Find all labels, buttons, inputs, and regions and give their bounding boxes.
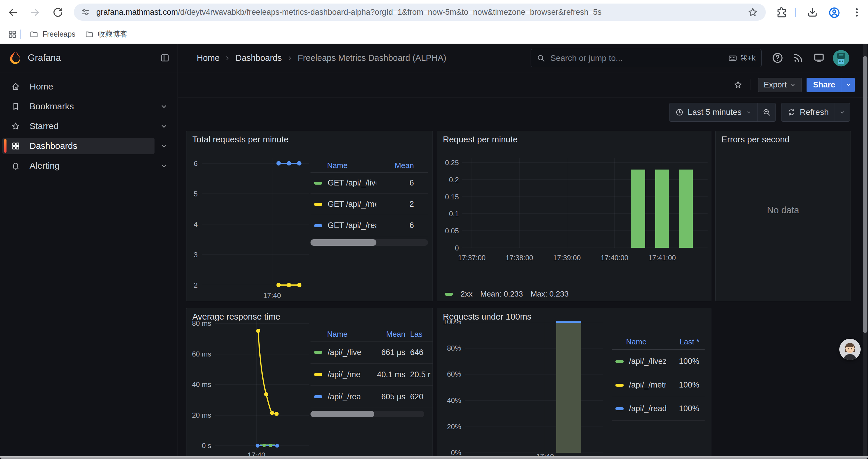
col-mean-header[interactable]: Mean (361, 330, 405, 339)
zoom-out-button[interactable] (758, 103, 776, 121)
sidebar-item-label: Dashboards (30, 141, 78, 151)
grafana-app: Grafana Home Bookmarks (0, 44, 868, 459)
chevron-down-icon[interactable] (159, 102, 169, 111)
url-path: /d/deytv4rwavabkb/freeleaps-metrics-dash… (178, 8, 601, 17)
share-menu-button[interactable] (842, 78, 855, 92)
sidebar-link-alerting[interactable]: Alerting (2, 157, 155, 174)
grafana-logo-icon[interactable] (8, 51, 22, 65)
sidebar-link-bookmarks[interactable]: Bookmarks (2, 98, 155, 114)
svg-text:0.1: 0.1 (449, 210, 459, 218)
legend-row-livez[interactable]: /api/_/livez 100% (612, 350, 705, 373)
panel-average-response-time: Average response time 80 ms 60 ms 40 ms … (186, 308, 433, 459)
kiosk-monitor-icon[interactable] (813, 52, 825, 64)
favorite-star-icon[interactable] (734, 80, 742, 89)
share-button[interactable]: Share (807, 78, 842, 92)
chevron-down-icon (790, 81, 796, 88)
bookmark-star-icon[interactable] (747, 7, 758, 18)
panel-title[interactable]: Errors per second (721, 135, 790, 144)
legend-mean: Mean: 0.233 (480, 290, 523, 299)
site-settings-icon[interactable] (81, 8, 90, 17)
breadcrumb-home[interactable]: Home (197, 53, 219, 63)
dock-menu-icon[interactable] (160, 53, 170, 63)
sidebar-link-starred[interactable]: Starred (2, 118, 155, 134)
bookmark-folder-label: Freeleaps (42, 30, 75, 38)
refresh-interval-button[interactable] (835, 103, 850, 121)
scrollbar-thumb[interactable] (311, 411, 374, 417)
dashboard-toolbar: Export Share (178, 72, 868, 97)
profile-icon[interactable] (828, 6, 840, 18)
sidebar-item-alerting: Alerting (0, 157, 178, 174)
downloads-icon[interactable] (807, 6, 818, 18)
col-mean-header[interactable]: Mean (376, 161, 428, 170)
scrollbar-thumb[interactable] (311, 239, 376, 246)
time-range-picker[interactable]: Last 5 minutes (670, 103, 757, 121)
legend-row-metrics[interactable]: /api/_/metrics 100% (612, 373, 705, 397)
panel-title[interactable]: Request per minute (443, 135, 518, 144)
assistant-avatar[interactable] (839, 339, 861, 360)
forward-icon[interactable] (29, 6, 41, 18)
col-last-header[interactable]: Las (405, 330, 433, 339)
sidebar-link-dashboards[interactable]: Dashboards (2, 138, 155, 154)
panel-title[interactable]: Total requests per minute (192, 135, 289, 144)
sidebar-item-label: Alerting (30, 161, 60, 171)
chevron-down-icon (845, 81, 852, 88)
zoom-out-icon (763, 108, 771, 117)
bookmark-folder-blogs[interactable]: 收藏博客 (80, 27, 132, 41)
series-color-pill (615, 407, 624, 410)
chevron-down-icon (746, 109, 752, 115)
legend-header: Name Mean (311, 159, 428, 172)
bell-icon (11, 161, 20, 170)
col-name-header[interactable]: Name (626, 337, 666, 347)
svg-text:0.15: 0.15 (445, 193, 459, 201)
legend-row-readyz[interactable]: GET /api/_/readyz 6 (311, 215, 428, 236)
sidebar-nav: Home Bookmarks St (0, 78, 178, 177)
legend-row-livez[interactable]: /api/_/livez 661 µs 646 (311, 341, 433, 364)
brand-name: Grafana (28, 53, 61, 63)
svg-text:17:37:00: 17:37:00 (458, 254, 486, 262)
svg-text:2: 2 (194, 281, 198, 289)
legend-row-readyz[interactable]: /api/_/readyz 100% (612, 397, 705, 421)
chevron-down-icon[interactable] (159, 161, 169, 170)
svg-text:5: 5 (194, 190, 198, 198)
legend-row-metrics[interactable]: /api/_/metrics 40.1 ms 20.5 r (311, 364, 433, 386)
sidebar-item-label: Starred (30, 121, 59, 131)
back-icon[interactable] (7, 6, 19, 18)
apps-grid-icon[interactable] (8, 30, 17, 39)
average-response-time-chart: 80 ms 60 ms 40 ms 20 ms 0 s 17:40 (189, 320, 310, 459)
total-requests-chart: 6 5 4 3 2 17:40 (189, 148, 310, 300)
col-name-header[interactable]: Name (327, 161, 376, 170)
col-name-header[interactable]: Name (327, 330, 361, 339)
bookmark-folder-freeleaps[interactable]: Freeleaps (25, 28, 80, 41)
legend-row-readyz[interactable]: /api/_/readyz 605 µs 620 (311, 386, 433, 408)
sidebar-link-home[interactable]: Home (2, 78, 155, 95)
chevron-down-icon[interactable] (159, 141, 169, 151)
legend-row-metrics[interactable]: GET /api/_/metrics 2 (311, 194, 428, 215)
user-avatar[interactable] (833, 50, 849, 66)
breadcrumb-dashboards[interactable]: Dashboards (236, 53, 282, 63)
breadcrumb-current: Freeleaps Metrics Dashboard (ALPHA) (298, 53, 446, 63)
panel-legend-table: Name Mean GET /api/_/livez 6 GET /api/_/… (311, 159, 428, 246)
legend-row-livez[interactable]: GET /api/_/livez 6 (311, 172, 428, 194)
help-icon[interactable] (772, 52, 783, 64)
svg-text:0%: 0% (451, 449, 461, 457)
browser-menu-icon[interactable] (851, 6, 863, 18)
toolbar-separator (795, 8, 796, 17)
reload-icon[interactable] (52, 6, 64, 18)
search-input[interactable]: Search or jump to... ⌘+k (531, 49, 762, 67)
panel-requests-under-100ms: Requests under 100ms 100% 80% 60% 40% 20… (437, 308, 711, 459)
url-bar[interactable]: grafana.mathmast.com/d/deytv4rwavabkb/fr… (74, 4, 766, 21)
news-rss-icon[interactable] (793, 52, 804, 64)
request-per-minute-chart: 0.25 0.2 0.15 0.1 0.05 0 17:37:00 17:38:… (437, 148, 711, 266)
page-scrollbar-thumb[interactable] (863, 56, 867, 333)
time-picker-group: Last 5 minutes (669, 103, 776, 122)
legend-header: Name Mean Las (311, 327, 433, 341)
chevron-down-icon[interactable] (159, 121, 169, 131)
refresh-button[interactable]: Refresh (781, 103, 835, 121)
svg-text:80%: 80% (447, 344, 461, 352)
col-last-header[interactable]: Last * (666, 337, 705, 347)
series-color-pill (314, 224, 322, 227)
export-button[interactable]: Export (758, 78, 802, 92)
extensions-icon[interactable] (776, 6, 787, 18)
legend-series-label[interactable]: 2xx (461, 290, 472, 299)
series-color-pill (314, 351, 322, 354)
